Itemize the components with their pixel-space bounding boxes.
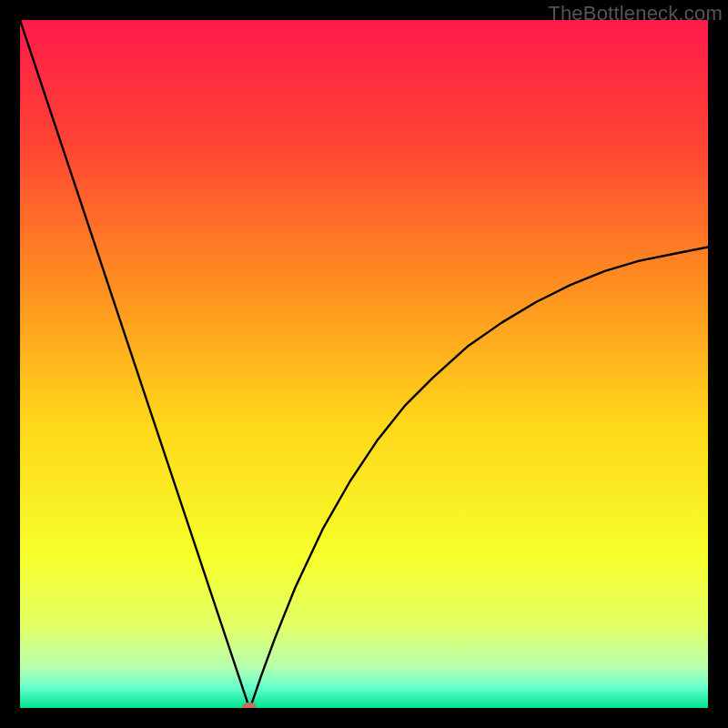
gradient-background [20,20,708,708]
bottleneck-chart [20,20,708,708]
chart-frame [20,20,708,708]
